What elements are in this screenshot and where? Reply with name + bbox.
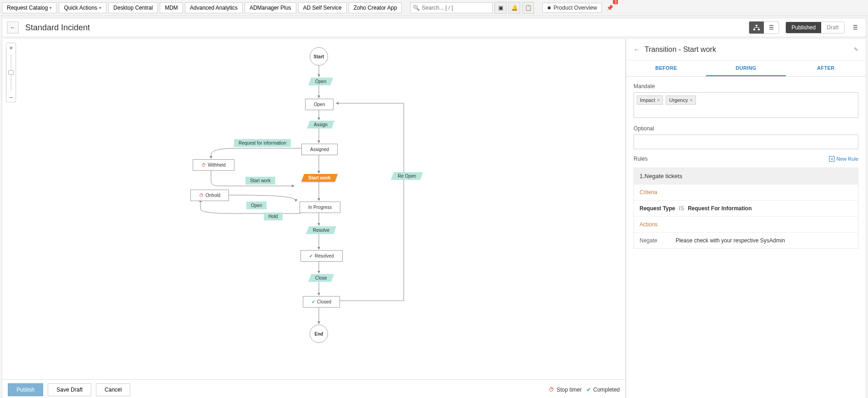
trans-resolve[interactable]: Resolve [306,226,336,234]
zoom-track[interactable] [10,54,12,91]
state-assigned[interactable]: Assigned [301,144,338,155]
optional-tagbox[interactable] [634,135,858,149]
trans-hold[interactable]: Hold [264,213,283,220]
trans-start-work[interactable]: Start work [245,177,275,185]
save-draft-button[interactable]: Save Draft [48,383,91,396]
caret-down-icon: ▾ [50,6,52,10]
trans-rfi[interactable]: Request for information [234,139,291,147]
criteria-op: IS [679,205,684,212]
clipboard-icon[interactable]: 📋 [522,2,534,14]
page-title: Standard Incident [25,23,90,33]
mandate-tagbox[interactable]: Impact× Urgency× [634,92,858,118]
link-zoho-creator-app[interactable]: Zoho Creator App [349,2,402,13]
link-ad-self-service[interactable]: AD Self Service [298,2,347,13]
criteria-field: Request Type [640,205,675,212]
tab-after[interactable]: AFTER [786,61,866,76]
trans-close[interactable]: Close [308,274,334,282]
trans-open[interactable]: Open [308,78,334,85]
criteria-section: Criteria [634,184,858,200]
new-rule-button[interactable]: +New Rule [829,156,858,162]
check-icon: ✔ [586,387,591,393]
panel-back-icon[interactable]: ← [634,46,640,53]
criteria-label: Criteria [640,189,657,196]
pin-icon[interactable]: 📌 [604,2,616,14]
tab-during[interactable]: DURING [706,61,786,76]
panel-tabs: BEFORE DURING AFTER [626,61,866,77]
state-onhold[interactable]: ⏱Onhold [190,190,229,201]
rule-title[interactable]: 1.Negate tickets [634,168,858,184]
state-closed[interactable]: ✔Closed [303,296,340,308]
publish-button[interactable]: Publish [8,383,43,396]
state-withheld[interactable]: ⏱Withheld [193,159,234,171]
back-button[interactable]: ← [7,22,19,34]
right-panel: ← Transition - Start work ✎ BEFORE DURIN… [626,39,866,398]
panel-title: Transition - Start work [645,45,849,54]
svg-rect-1 [753,29,755,30]
flow-edges [2,39,625,398]
zoom-thumb[interactable] [8,70,14,75]
zoom-in[interactable]: + [6,43,16,52]
quick-actions-dropdown[interactable]: Quick Actions▾ [59,2,106,13]
node-start[interactable]: Start [310,47,328,66]
trans-assign[interactable]: Assign [307,121,334,129]
trans-open2[interactable]: Open [246,202,267,209]
request-catalog-dropdown[interactable]: Request Catalog▾ [2,2,57,13]
close-icon[interactable]: × [690,97,692,103]
plus-icon: + [829,156,835,162]
tag-urgency[interactable]: Urgency× [666,95,696,105]
svg-rect-0 [756,25,757,26]
actions-label: Actions [640,221,657,228]
zoom-out[interactable]: − [6,93,16,102]
criteria-row: Request Type IS Request For Information [634,200,858,216]
publish-toggle: Published Draft [785,22,845,34]
actions-section: Actions [634,216,858,232]
link-admanager-plus[interactable]: ADManager Plus [245,2,296,13]
state-resolved[interactable]: ✔Resolved [300,250,343,262]
tab-before[interactable]: BEFORE [626,61,706,76]
link-desktop-central[interactable]: Desktop Central [108,2,158,13]
bell-icon[interactable]: 🔔 [508,2,520,14]
rules-header: Rules +New Rule [634,156,858,162]
search-icon: 🔍 [413,5,420,11]
link-advanced-analytics[interactable]: Advanced Analytics [185,2,243,13]
node-end[interactable]: End [310,325,328,343]
product-overview[interactable]: ■ Product Overview [542,3,602,13]
trans-start-work-selected[interactable]: Start work [301,174,338,182]
screen-icon[interactable]: ▣ [495,2,506,14]
panel-header: ← Transition - Start work ✎ [626,39,866,61]
trans-re-open[interactable]: Re Open [391,172,423,180]
panel-body: Mandate Impact× Urgency× Optional Rules … [626,77,866,255]
menu-icon[interactable]: ☰ [849,22,861,34]
state-in-progress[interactable]: In Progress [300,202,340,213]
topbar: Request Catalog▾ Quick Actions▾ Desktop … [0,0,868,16]
zoom-control: + − [6,43,16,102]
edit-icon[interactable]: ✎ [854,46,858,53]
page-header: ← Standard Incident ☰ Published Draft ☰ [2,18,866,37]
toggle-published[interactable]: Published [786,22,821,33]
tag-impact[interactable]: Impact× [637,95,663,105]
mandate-label: Mandate [634,83,858,90]
state-open[interactable]: Open [305,99,334,110]
view-list[interactable]: ☰ [764,22,779,34]
canvas-footer: Publish Save Draft Cancel ⏱Stop timer ✔C… [2,379,625,398]
caret-down-icon: ▾ [99,6,101,10]
timer-icon: ⏱ [549,387,554,393]
close-icon[interactable]: × [657,97,660,103]
action-row: Negate Please check with your respective… [634,232,858,248]
action-name: Negate [640,237,657,244]
view-diagram[interactable] [749,22,764,34]
action-msg: Please check with your respective SysAdm… [676,237,785,244]
video-icon: ■ [547,5,551,11]
cancel-button[interactable]: Cancel [96,383,130,396]
legend-stop-timer: ⏱Stop timer [549,387,582,393]
svg-rect-2 [758,29,760,30]
link-mdm[interactable]: MDM [160,2,183,13]
toggle-draft[interactable]: Draft [821,22,844,33]
criteria-value: Request For Information [688,205,751,212]
search-input[interactable] [410,2,493,13]
legend-completed: ✔Completed [586,387,620,393]
optional-label: Optional [634,125,858,132]
rule-card: 1.Negate tickets Criteria Request Type I… [634,168,858,249]
view-toggle: ☰ [749,21,779,34]
canvas[interactable]: + − [2,39,626,398]
